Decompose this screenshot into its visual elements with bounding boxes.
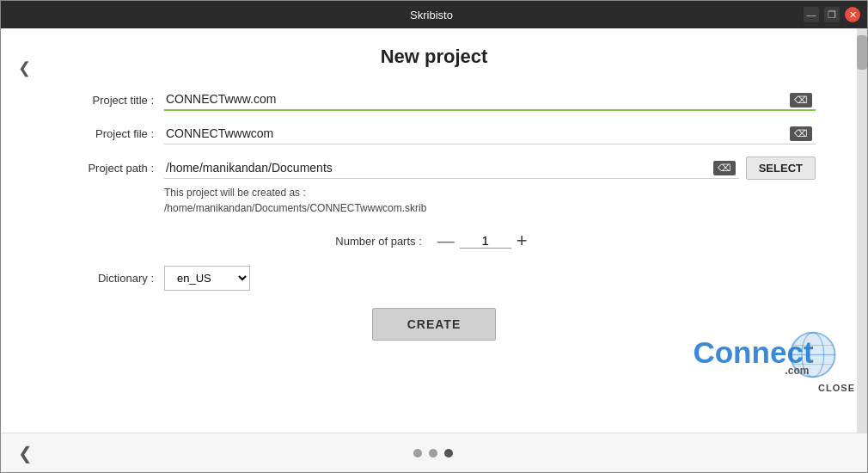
window-title: Skribisto	[59, 9, 804, 22]
select-path-button[interactable]: SELECT	[746, 157, 816, 180]
content-area: ❮ New project Project title : ⌫ Project …	[1, 28, 867, 433]
parts-label: Number of parts :	[335, 235, 421, 248]
project-file-label: Project file :	[52, 127, 164, 140]
project-file-input[interactable]	[164, 123, 816, 144]
nav-prev-button[interactable]: ❮	[18, 443, 33, 464]
path-info-line1: This project will be created as :	[164, 185, 816, 200]
close-label[interactable]: CLOSE	[818, 383, 855, 393]
svg-text:.com: .com	[785, 365, 809, 377]
project-path-info: This project will be created as : /home/…	[164, 185, 816, 216]
watermark-logo-svg: Connect .com	[683, 329, 855, 381]
dictionary-row: Dictionary : en_US en_GB fr_FR de_DE es_…	[52, 266, 816, 291]
dictionary-select[interactable]: en_US en_GB fr_FR de_DE es_ES	[164, 266, 250, 291]
scrollbar-thumb[interactable]	[857, 35, 867, 70]
project-title-clear-button[interactable]: ⌫	[790, 93, 812, 108]
parts-input[interactable]	[460, 233, 511, 249]
page-title: New project	[52, 46, 816, 68]
project-path-label: Project path :	[52, 162, 164, 175]
project-path-clear-button[interactable]: ⌫	[713, 161, 736, 175]
create-button[interactable]: CREATE	[372, 308, 497, 341]
project-title-input[interactable]	[164, 89, 816, 111]
parts-decrement-button[interactable]: —	[432, 231, 460, 251]
dictionary-label: Dictionary :	[52, 272, 164, 285]
window-controls: — ❐ ✕	[804, 7, 860, 22]
project-title-label: Project title :	[52, 94, 164, 107]
dot-2	[429, 449, 437, 458]
project-file-wrapper: ⌫	[164, 123, 816, 144]
dot-3	[444, 449, 453, 458]
minimize-button[interactable]: —	[804, 7, 819, 22]
main-window: Skribisto — ❐ ✕ ❮ New project Project ti…	[0, 0, 868, 473]
bottom-bar: ❮	[1, 433, 867, 472]
pagination-dots	[413, 449, 453, 458]
project-title-row: Project title : ⌫	[52, 89, 816, 111]
project-path-wrapper: ⌫	[164, 157, 739, 179]
watermark: Connect .com CLOSE	[683, 329, 855, 393]
project-title-wrapper: ⌫	[164, 89, 816, 111]
path-info-line2: /home/manikandan/Documents/CONNECTwwwcom…	[164, 200, 816, 216]
project-file-clear-button[interactable]: ⌫	[790, 126, 812, 141]
nav-arrow-top[interactable]: ❮	[18, 58, 31, 77]
project-path-input[interactable]	[164, 157, 739, 179]
maximize-button[interactable]: ❐	[824, 7, 840, 22]
project-path-row: Project path : ⌫ SELECT	[52, 157, 816, 180]
parts-increment-button[interactable]: +	[511, 230, 533, 252]
scrollbar[interactable]	[857, 28, 867, 433]
project-file-row: Project file : ⌫	[52, 123, 816, 144]
parts-row: Number of parts : — +	[52, 230, 816, 252]
title-bar: Skribisto — ❐ ✕	[1, 1, 867, 28]
close-button[interactable]: ✕	[845, 7, 860, 22]
dot-1	[413, 449, 422, 458]
